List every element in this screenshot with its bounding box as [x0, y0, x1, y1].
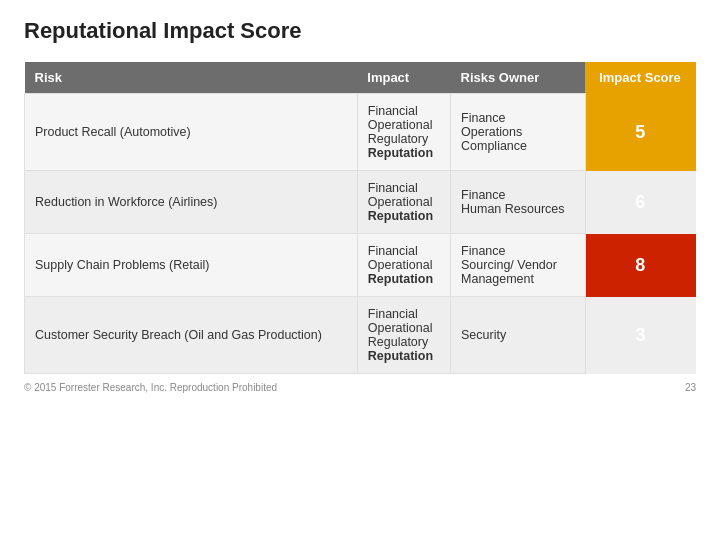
- col-header-risk: Risk: [25, 62, 358, 94]
- score-cell: 3: [585, 297, 695, 374]
- footer-left: © 2015 Forrester Research, Inc. Reproduc…: [24, 382, 277, 393]
- col-header-impact-score: Impact Score: [585, 62, 695, 94]
- score-cell: 6: [585, 171, 695, 234]
- table-row: Customer Security Breach (Oil and Gas Pr…: [25, 297, 696, 374]
- footer-right: 23: [685, 382, 696, 393]
- table-row: Supply Chain Problems (Retail)FinancialO…: [25, 234, 696, 297]
- risks-owner-cell: Security: [451, 297, 586, 374]
- risk-cell: Reduction in Workforce (Airlines): [25, 171, 358, 234]
- col-header-risks-owner: Risks Owner: [451, 62, 586, 94]
- risk-cell: Product Recall (Automotive): [25, 94, 358, 171]
- impact-cell: FinancialOperationalRegulatoryReputation: [357, 94, 450, 171]
- risk-cell: Supply Chain Problems (Retail): [25, 234, 358, 297]
- table-row: Product Recall (Automotive)FinancialOper…: [25, 94, 696, 171]
- impact-cell: FinancialOperationalReputation: [357, 234, 450, 297]
- impact-cell: FinancialOperationalReputation: [357, 171, 450, 234]
- table-row: Reduction in Workforce (Airlines)Financi…: [25, 171, 696, 234]
- risks-owner-cell: FinanceOperationsCompliance: [451, 94, 586, 171]
- col-header-impact: Impact: [357, 62, 450, 94]
- risks-owner-cell: FinanceSourcing/ VendorManagement: [451, 234, 586, 297]
- risk-cell: Customer Security Breach (Oil and Gas Pr…: [25, 297, 358, 374]
- impact-cell: FinancialOperationalRegulatoryReputation: [357, 297, 450, 374]
- page: Reputational Impact Score Risk Impact Ri…: [0, 0, 720, 540]
- impact-score-table: Risk Impact Risks Owner Impact Score Pro…: [24, 62, 696, 374]
- score-cell: 5: [585, 94, 695, 171]
- score-cell: 8: [585, 234, 695, 297]
- footer: © 2015 Forrester Research, Inc. Reproduc…: [24, 382, 696, 393]
- risks-owner-cell: FinanceHuman Resources: [451, 171, 586, 234]
- page-title: Reputational Impact Score: [24, 18, 696, 44]
